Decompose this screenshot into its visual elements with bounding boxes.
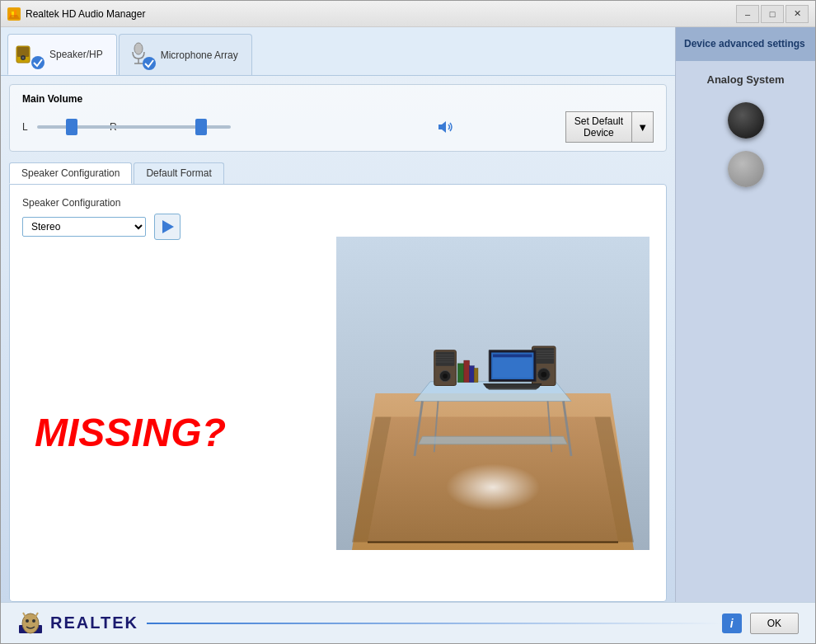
- missing-text: MISSING?: [35, 410, 226, 455]
- speaker-config-select[interactable]: Stereo Quadraphonic 5.1 Speaker 7.1 Spea…: [22, 217, 146, 237]
- volume-controls: L R: [22, 111, 654, 143]
- close-button[interactable]: ✕: [786, 5, 809, 23]
- tab-microphone[interactable]: Microphone Array: [119, 34, 252, 75]
- left-channel-label: L: [22, 121, 30, 133]
- svg-point-7: [22, 57, 25, 59]
- svg-point-20: [446, 463, 540, 510]
- bottom-bar: REALTEK i OK: [1, 602, 815, 643]
- svg-rect-43: [457, 363, 464, 382]
- right-volume-slider[interactable]: [124, 125, 231, 129]
- set-default-dropdown-arrow[interactable]: ▼: [631, 111, 654, 143]
- svg-marker-52: [486, 388, 538, 389]
- svg-point-9: [134, 43, 143, 54]
- app-icon: [7, 7, 21, 21]
- room-svg: [336, 237, 650, 550]
- radio-button-area: [676, 94, 815, 195]
- maximize-button[interactable]: □: [761, 5, 784, 23]
- tab-speaker-label: Speaker/HP: [49, 49, 103, 60]
- analog-radio-2[interactable]: [728, 151, 764, 187]
- tab-microphone-label: Microphone Array: [161, 49, 238, 61]
- room-visualization: [320, 185, 666, 601]
- main-content: Speaker/HP: [1, 27, 815, 602]
- window-controls: – □ ✕: [736, 5, 809, 23]
- svg-point-38: [541, 371, 546, 377]
- title-bar: Realtek HD Audio Manager – □ ✕: [1, 1, 815, 27]
- speaker-tab-icon: [15, 40, 45, 69]
- sub-tab-default-format[interactable]: Default Format: [134, 162, 223, 184]
- analog-radio-1[interactable]: [728, 102, 764, 139]
- svg-marker-26: [419, 436, 568, 444]
- content-box: Speaker Configuration Stereo Quadraphoni…: [9, 184, 667, 602]
- left-volume-slider-container: [37, 119, 103, 135]
- analog-system-label: Analog System: [676, 61, 815, 94]
- right-panel: Device advanced settings Analog System: [675, 27, 815, 602]
- volume-icon[interactable]: [434, 115, 457, 139]
- play-button[interactable]: [154, 214, 181, 240]
- sub-tab-speaker-config[interactable]: Speaker Configuration: [9, 162, 132, 184]
- mic-tab-icon: [126, 40, 156, 70]
- svg-point-12: [143, 57, 156, 70]
- ok-button[interactable]: OK: [750, 613, 799, 634]
- svg-marker-51: [484, 383, 542, 388]
- minimize-button[interactable]: –: [736, 5, 759, 23]
- window-title: Realtek HD Audio Manager: [26, 8, 736, 20]
- svg-point-8: [31, 56, 45, 69]
- tabs-bar: Speaker/HP: [1, 27, 675, 76]
- tab-speaker[interactable]: Speaker/HP: [7, 34, 117, 75]
- realtek-brand-label: REALTEK: [50, 613, 138, 632]
- play-triangle-icon: [162, 220, 174, 233]
- left-panel: Speaker/HP: [1, 27, 675, 602]
- info-icon-button[interactable]: i: [722, 613, 742, 633]
- svg-rect-45: [470, 365, 475, 382]
- svg-point-30: [443, 374, 448, 378]
- right-volume-slider-container: [124, 119, 421, 135]
- svg-rect-50: [493, 354, 532, 357]
- set-default-button[interactable]: Set Default Device ▼: [565, 111, 654, 143]
- sub-tabs: Speaker Configuration Default Format: [1, 162, 675, 184]
- svg-rect-49: [493, 354, 532, 378]
- svg-point-56: [32, 619, 35, 623]
- svg-marker-13: [438, 121, 446, 133]
- set-default-label[interactable]: Set Default Device: [565, 111, 631, 143]
- svg-point-55: [26, 619, 29, 623]
- svg-rect-46: [474, 368, 478, 382]
- volume-section: Main Volume L R: [9, 84, 667, 152]
- svg-rect-44: [464, 360, 470, 383]
- realtek-logo-icon: [17, 610, 44, 637]
- main-window: Realtek HD Audio Manager – □ ✕: [0, 0, 816, 644]
- bottom-line: [147, 623, 722, 624]
- realtek-logo: REALTEK: [17, 610, 138, 637]
- device-advanced-settings-button[interactable]: Device advanced settings: [676, 27, 815, 61]
- volume-label: Main Volume: [22, 93, 654, 105]
- svg-rect-28: [436, 351, 455, 365]
